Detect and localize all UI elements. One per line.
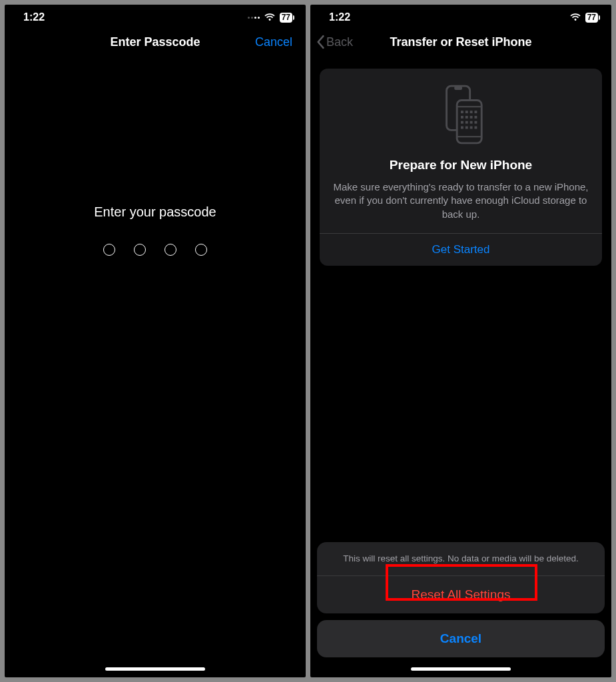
wifi-icon	[569, 13, 581, 22]
passcode-area: Enter your passcode	[5, 204, 306, 256]
svg-rect-14	[465, 121, 468, 124]
back-label: Back	[326, 35, 353, 49]
reset-all-settings-button[interactable]: Reset All Settings	[317, 575, 605, 613]
svg-rect-9	[461, 116, 463, 119]
svg-rect-16	[474, 121, 477, 124]
svg-rect-11	[470, 116, 473, 119]
status-time: 1:22	[23, 11, 45, 23]
nav-title: Enter Passcode	[110, 35, 200, 49]
status-bar: 1:22 77	[5, 5, 306, 26]
get-started-button[interactable]: Get Started	[320, 233, 602, 266]
status-time: 1:22	[329, 11, 350, 23]
card-title: Prepare for New iPhone	[332, 158, 590, 172]
card-description: Make sure everything's ready to transfer…	[332, 180, 590, 221]
svg-rect-12	[474, 116, 477, 119]
svg-rect-20	[474, 127, 477, 129]
nav-title: Transfer or Reset iPhone	[390, 35, 531, 49]
svg-rect-6	[465, 111, 468, 113]
battery-icon: 77	[585, 13, 598, 23]
svg-rect-15	[470, 121, 473, 124]
svg-rect-13	[461, 121, 463, 124]
passcode-dots	[5, 244, 306, 256]
sheet-cancel-button[interactable]: Cancel	[317, 620, 605, 657]
reset-screen: 1:22 77 Back Transfer or Reset iPhone	[310, 5, 611, 677]
passcode-dot	[134, 244, 146, 256]
wifi-icon	[264, 13, 276, 22]
passcode-screen: 1:22 77 Enter Passcode Cancel Enter your…	[5, 5, 306, 677]
sheet-group: This will reset all settings. No data or…	[317, 542, 605, 613]
nav-bar: Back Transfer or Reset iPhone	[310, 26, 611, 58]
svg-rect-19	[470, 127, 473, 129]
cancel-button[interactable]: Cancel	[255, 35, 292, 49]
home-indicator[interactable]	[105, 667, 205, 671]
passcode-dot	[195, 244, 207, 256]
phones-icon	[332, 83, 590, 146]
status-right: 77	[569, 13, 598, 23]
svg-rect-8	[474, 111, 477, 113]
cellular-icon	[248, 17, 260, 19]
status-bar: 1:22 77	[310, 5, 611, 26]
svg-rect-18	[465, 127, 468, 129]
status-right: 77	[248, 13, 292, 23]
svg-rect-17	[461, 127, 463, 129]
svg-rect-1	[454, 86, 462, 90]
passcode-prompt: Enter your passcode	[5, 204, 306, 220]
svg-rect-10	[465, 116, 468, 119]
prepare-card: Prepare for New iPhone Make sure everyth…	[320, 69, 602, 266]
svg-rect-7	[470, 111, 473, 113]
sheet-message: This will reset all settings. No data or…	[317, 542, 605, 575]
nav-bar: Enter Passcode Cancel	[5, 26, 306, 58]
action-sheet: This will reset all settings. No data or…	[317, 542, 605, 657]
passcode-dot	[103, 244, 115, 256]
svg-rect-5	[461, 111, 463, 113]
card-body: Prepare for New iPhone Make sure everyth…	[320, 69, 602, 233]
back-button[interactable]: Back	[316, 35, 353, 49]
passcode-dot	[164, 244, 176, 256]
home-indicator[interactable]	[411, 667, 511, 671]
battery-icon: 77	[280, 13, 292, 23]
